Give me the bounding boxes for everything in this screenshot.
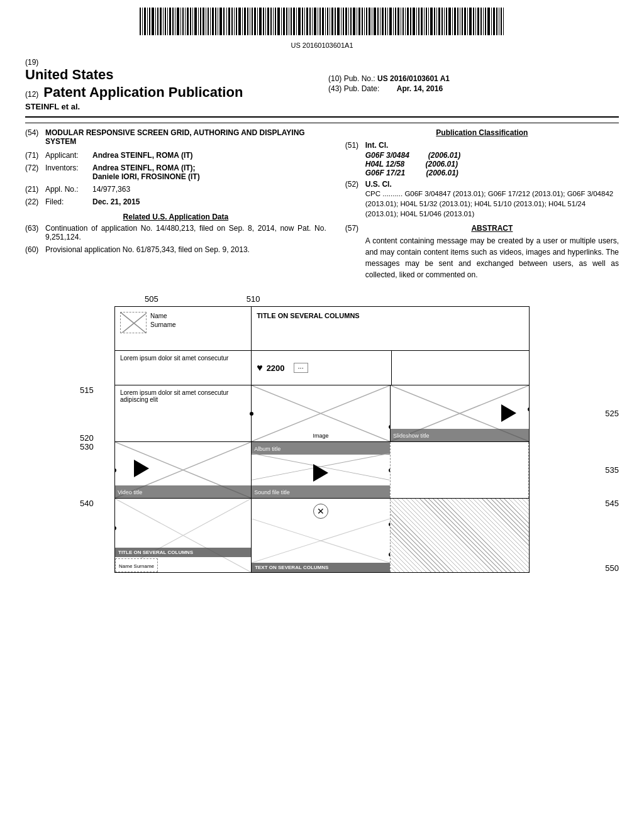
lorem-text-1: Lorem ipsum dolor sit amet consecutur bbox=[120, 355, 228, 362]
diagram-row-3: Lorem ipsum dolor sit amet consecutur ad… bbox=[115, 385, 529, 442]
svg-rect-15 bbox=[177, 8, 179, 35]
title-text: MODULAR RESPONSIVE SCREEN GRID, AUTHORIN… bbox=[45, 128, 326, 146]
svg-rect-46 bbox=[257, 8, 258, 35]
svg-rect-116 bbox=[438, 8, 440, 35]
svg-rect-103 bbox=[405, 8, 406, 35]
svg-rect-81 bbox=[348, 8, 349, 35]
abstract-title: ABSTRACT bbox=[365, 224, 619, 233]
svg-rect-41 bbox=[244, 8, 246, 35]
svg-rect-52 bbox=[273, 8, 274, 35]
text-several-text: TEXT ON SEVERAL COLUMNS bbox=[255, 565, 387, 570]
svg-rect-87 bbox=[364, 8, 365, 35]
svg-rect-48 bbox=[263, 8, 264, 35]
text-several-bar: TEXT ON SEVERAL COLUMNS bbox=[252, 563, 390, 572]
x-circle-icon: ✕ bbox=[313, 504, 328, 519]
int-cl-codes: G06F 3/0484 (2006.01) H04L 12/58 (2006.0… bbox=[365, 151, 460, 177]
svg-rect-141 bbox=[503, 8, 504, 35]
diag-cell-4-2: Album title Sound file title bbox=[252, 442, 390, 498]
name-img-area: Name Surname bbox=[120, 312, 246, 333]
label-535-elem: 535 bbox=[605, 465, 619, 475]
name-label: Name bbox=[150, 312, 176, 321]
inventor1: Andrea STEINFL, ROMA (IT); bbox=[92, 163, 196, 172]
like-count: 2200 bbox=[267, 363, 285, 373]
svg-rect-123 bbox=[457, 8, 458, 35]
svg-rect-68 bbox=[314, 8, 316, 35]
svg-rect-100 bbox=[397, 8, 399, 35]
applicant-num: (71) bbox=[25, 151, 45, 160]
embedded-title-text: TITLE ON SEVERAL COLUMNS bbox=[118, 550, 248, 555]
svg-rect-60 bbox=[293, 8, 295, 35]
svg-rect-34 bbox=[226, 8, 227, 35]
album-title: Album title bbox=[254, 446, 280, 452]
svg-rect-71 bbox=[322, 8, 324, 35]
patent-header: (19) United States (12) Patent Applicati… bbox=[0, 58, 644, 111]
diagram-section: 505 510 bbox=[25, 294, 619, 573]
diag-cell-3-1: Lorem ipsum dolor sit amet consecutur ad… bbox=[115, 385, 252, 441]
svg-rect-113 bbox=[430, 8, 433, 35]
svg-rect-83 bbox=[353, 8, 355, 35]
svg-rect-43 bbox=[250, 8, 250, 35]
svg-rect-125 bbox=[462, 8, 463, 35]
svg-rect-37 bbox=[234, 8, 235, 35]
svg-rect-6 bbox=[155, 8, 156, 35]
svg-rect-17 bbox=[182, 8, 184, 35]
svg-rect-75 bbox=[331, 8, 333, 35]
svg-rect-124 bbox=[460, 8, 460, 35]
title-field: (54) MODULAR RESPONSIVE SCREEN GRID, AUT… bbox=[25, 128, 326, 146]
int-cl-label: Int. Cl. bbox=[365, 141, 460, 150]
diag-cell-2-1: Lorem ipsum dolor sit amet consecutur bbox=[115, 351, 252, 385]
svg-rect-33 bbox=[223, 8, 225, 35]
right-column: Publication Classification (51) Int. Cl.… bbox=[345, 128, 619, 283]
applicant-field: (71) Applicant: Andrea STEINFL, ROMA (IT… bbox=[25, 151, 326, 160]
svg-rect-9 bbox=[163, 8, 164, 35]
abstract-content: ABSTRACT A content containing message ma… bbox=[365, 224, 619, 280]
pub-type-prefix: (12) bbox=[25, 90, 38, 99]
svg-rect-22 bbox=[194, 8, 197, 35]
svg-rect-130 bbox=[475, 8, 476, 35]
diagram-row-4: Video title Album title bbox=[115, 442, 529, 499]
svg-rect-1 bbox=[142, 8, 143, 35]
svg-rect-36 bbox=[231, 8, 233, 35]
svg-rect-38 bbox=[236, 8, 237, 35]
inventors-label: Inventors: bbox=[45, 163, 92, 181]
related-63-num: (63) bbox=[25, 224, 45, 241]
svg-rect-30 bbox=[215, 8, 216, 35]
svg-rect-67 bbox=[312, 8, 313, 35]
svg-rect-131 bbox=[477, 8, 479, 35]
svg-rect-97 bbox=[389, 8, 392, 35]
svg-rect-133 bbox=[483, 8, 484, 35]
left-column: (54) MODULAR RESPONSIVE SCREEN GRID, AUT… bbox=[25, 128, 326, 283]
svg-rect-2 bbox=[144, 8, 146, 35]
svg-rect-27 bbox=[208, 8, 209, 35]
surname-label: Surname bbox=[150, 321, 176, 329]
slideshow-title-bar: Slideshow title bbox=[391, 429, 529, 441]
title-several-cols: TITLE ON SEVERAL COLUMNS bbox=[257, 312, 360, 319]
barcode-area: US 20160103601A1 bbox=[0, 0, 644, 55]
diag-cell-1-2: TITLE ON SEVERAL COLUMNS bbox=[252, 307, 529, 350]
int-cl-content: Int. Cl. G06F 3/0484 (2006.01) H04L 12/5… bbox=[365, 141, 460, 177]
svg-rect-90 bbox=[372, 8, 372, 35]
embedded-title-block: TITLE ON SEVERAL COLUMNS Name Surname bbox=[115, 548, 251, 572]
svg-rect-92 bbox=[377, 8, 379, 35]
label-520-elem: 520 bbox=[80, 433, 94, 443]
svg-rect-77 bbox=[337, 8, 340, 35]
svg-rect-137 bbox=[493, 8, 495, 35]
barcode-image bbox=[133, 6, 511, 38]
svg-rect-18 bbox=[185, 8, 186, 35]
header-divider-thin bbox=[25, 123, 619, 123]
svg-rect-86 bbox=[362, 8, 363, 35]
title-num: (54) bbox=[25, 128, 45, 146]
embedded-title-bar: TITLE ON SEVERAL COLUMNS bbox=[115, 548, 251, 557]
header-divider-thick bbox=[25, 116, 619, 118]
inventor2: Daniele IORI, FROSINONE (IT) bbox=[92, 172, 200, 181]
svg-rect-13 bbox=[172, 8, 174, 35]
svg-rect-93 bbox=[380, 8, 380, 35]
svg-rect-91 bbox=[374, 8, 376, 35]
video-title-bar: Video title bbox=[115, 485, 251, 498]
slideshow-title: Slideshow title bbox=[393, 433, 430, 439]
svg-rect-105 bbox=[410, 8, 411, 35]
cell5-2-bg-svg bbox=[252, 519, 390, 563]
svg-rect-132 bbox=[480, 8, 482, 35]
us-cl-num: (52) bbox=[345, 180, 365, 219]
label-545-elem: 545 bbox=[605, 499, 619, 508]
